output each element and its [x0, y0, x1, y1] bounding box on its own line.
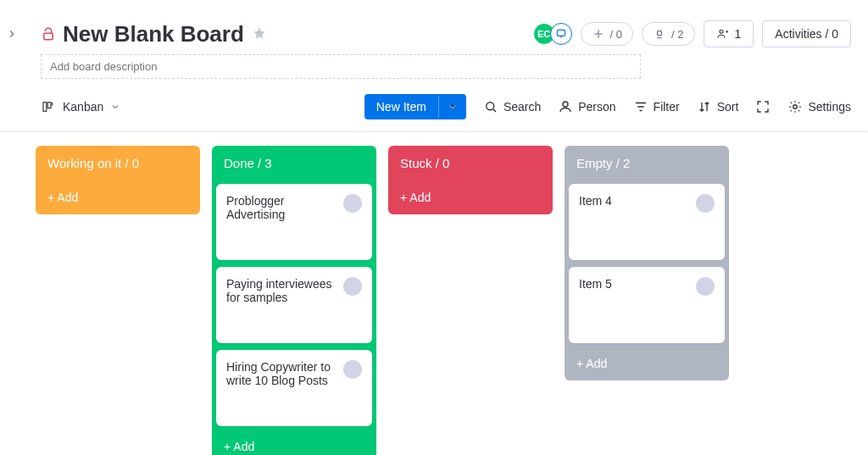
kanban-card[interactable]: Problogger Advertising [216, 184, 372, 260]
column-header[interactable]: Working on it / 0 [36, 146, 200, 180]
filter-button[interactable]: Filter [633, 99, 680, 114]
filter-icon [633, 99, 648, 114]
star-icon[interactable] [251, 25, 268, 42]
integrations-pill[interactable]: / 0 [581, 22, 633, 46]
search-icon [483, 99, 498, 114]
settings-label: Settings [808, 100, 851, 114]
activities-button[interactable]: Activities / 0 [762, 20, 851, 47]
board-title[interactable]: New Blank Board [63, 21, 244, 47]
sidebar-expand-button[interactable] [3, 25, 20, 42]
person-filter-button[interactable]: Person [558, 99, 615, 114]
assignee-avatar[interactable] [343, 360, 362, 379]
search-label: Search [504, 100, 541, 114]
assignee-avatar[interactable] [343, 194, 362, 213]
card-title: Item 5 [579, 277, 612, 291]
add-card-button[interactable]: + Add [388, 180, 553, 214]
svg-point-8 [793, 105, 798, 109]
new-item-label: New Item [364, 94, 438, 119]
kanban-card[interactable]: Item 4 [569, 184, 725, 260]
chevron-down-icon [110, 102, 120, 112]
automations-pill[interactable]: / 2 [642, 22, 694, 46]
integrations-count: / 0 [610, 28, 622, 41]
kanban-board: Working on it / 0+ AddDone / 3Problogger… [0, 132, 868, 455]
members-count: 1 [735, 27, 742, 41]
sort-label: Sort [717, 100, 739, 114]
collaborator-add-icon [550, 23, 572, 45]
card-title: Paying interviewees for samples [226, 277, 338, 304]
add-card-button[interactable]: + Add [212, 430, 376, 455]
new-item-button[interactable]: New Item [364, 94, 466, 119]
svg-rect-1 [557, 30, 565, 36]
search-button[interactable]: Search [483, 99, 541, 114]
activities-label: Activities / 0 [775, 27, 838, 41]
members-button[interactable]: 1 [704, 20, 754, 47]
board-toolbar: Kanban New Item Search Person Filter Sor… [0, 79, 868, 132]
card-title: Item 4 [579, 194, 612, 208]
settings-button[interactable]: Settings [787, 99, 851, 114]
kanban-column: Empty / 2Item 4Item 5+ Add [565, 146, 729, 380]
kanban-column: Stuck / 0+ Add [388, 146, 553, 214]
card-title: Problogger Advertising [226, 194, 338, 221]
kanban-card[interactable]: Item 5 [569, 267, 725, 343]
person-icon [558, 99, 573, 114]
column-header[interactable]: Done / 3 [212, 146, 376, 180]
assignee-avatar[interactable] [343, 277, 362, 296]
kanban-column: Working on it / 0+ Add [36, 146, 200, 214]
kanban-column: Done / 3Problogger AdvertisingPaying int… [212, 146, 376, 455]
sort-button[interactable]: Sort [697, 99, 739, 114]
svg-point-7 [563, 102, 568, 107]
view-label: Kanban [63, 100, 103, 114]
svg-rect-4 [43, 103, 47, 112]
sort-icon [697, 99, 712, 114]
column-header[interactable]: Empty / 2 [565, 146, 729, 180]
svg-point-2 [657, 31, 661, 36]
assignee-avatar[interactable] [696, 194, 715, 213]
kanban-card[interactable]: Paying interviewees for samples [216, 267, 372, 343]
fullscreen-button[interactable] [755, 99, 771, 114]
expand-icon [755, 99, 771, 114]
lock-icon [41, 26, 56, 42]
kanban-card[interactable]: Hiring Copywriter to write 10 Blog Posts [216, 350, 372, 426]
view-selector[interactable]: Kanban [41, 99, 120, 114]
presence-avatars[interactable]: EC [533, 23, 572, 45]
add-card-button[interactable]: + Add [36, 180, 200, 214]
svg-point-6 [487, 103, 494, 110]
svg-rect-5 [47, 103, 51, 108]
column-header[interactable]: Stuck / 0 [388, 146, 553, 180]
add-card-button[interactable]: + Add [565, 347, 729, 380]
svg-point-3 [720, 30, 723, 33]
new-item-dropdown[interactable] [438, 96, 466, 118]
automations-count: / 2 [671, 28, 683, 41]
person-label: Person [578, 100, 615, 114]
filter-label: Filter [654, 100, 680, 114]
assignee-avatar[interactable] [696, 277, 715, 296]
board-header: New Blank Board EC / 0 / 2 1 [0, 0, 868, 79]
gear-icon [787, 99, 803, 114]
svg-rect-0 [44, 33, 53, 40]
card-title: Hiring Copywriter to write 10 Blog Posts [226, 360, 338, 387]
chevron-down-icon [448, 102, 458, 112]
board-description-input[interactable] [41, 54, 641, 79]
